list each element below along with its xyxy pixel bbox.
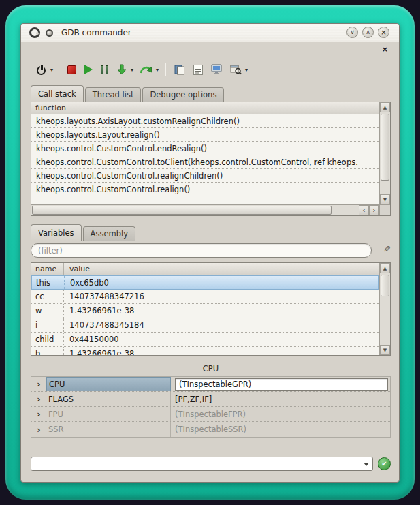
variable-row[interactable]: i 140737488345184 <box>31 318 379 333</box>
step-over-button[interactable] <box>138 61 155 78</box>
variable-value: 140737488345184 <box>64 320 144 330</box>
scroll-down-button[interactable]: ▼ <box>380 345 390 355</box>
filter-pen-icon[interactable]: ✎ <box>383 244 391 254</box>
run-button[interactable] <box>82 61 95 78</box>
window-buttons: ∨ ∧ × <box>346 27 389 38</box>
monitor-icon <box>211 64 222 75</box>
variable-name: child <box>31 333 64 346</box>
variable-row[interactable]: cc 140737488347216 <box>31 290 379 304</box>
inspect-icon <box>230 64 242 75</box>
cpu-value-field[interactable]: (TInspectableGPR) <box>175 378 388 391</box>
variables-column-header[interactable]: name value <box>31 263 379 275</box>
power-dropdown[interactable]: ▾ <box>50 67 53 73</box>
pause-icon <box>101 65 108 74</box>
cpu-inspector: › CPU (TInspectableGPR) › FLAGS [PF,ZF,I… <box>31 376 391 438</box>
expander-icon[interactable]: › <box>31 395 46 403</box>
callstack-row[interactable]: kheops.layouts.AxisLayout.customRealignC… <box>31 114 379 128</box>
cpu-row[interactable]: › CPU (TInspectableGPR) <box>31 377 390 392</box>
mid-tab-bar: Variables Assembly <box>31 225 137 241</box>
power-button[interactable] <box>35 61 49 78</box>
callstack-horizontal-scrollbar[interactable]: ‹ › <box>31 204 379 215</box>
scrollbar-thumb[interactable] <box>381 275 389 296</box>
tab-assembly[interactable]: Assembly <box>83 226 135 241</box>
pause-button[interactable] <box>99 61 110 78</box>
variable-row[interactable]: w 1.43266961e-38 <box>31 304 379 318</box>
variable-row[interactable]: child 0x44150000 <box>31 333 379 347</box>
tab-call-stack[interactable]: Call stack <box>31 85 84 102</box>
scrollbar-thumb[interactable] <box>32 206 332 215</box>
variable-name: b <box>31 347 64 355</box>
play-icon <box>84 65 93 74</box>
chevron-down-icon: ∨ <box>350 29 355 35</box>
monitor-button[interactable] <box>209 61 224 78</box>
screen: GDB commander ∨ ∧ × × ▾ ▾ <box>0 0 420 505</box>
cpu-row: › SSR (TInspectableSSR) <box>31 422 390 437</box>
close-icon: × <box>381 29 386 36</box>
expander-icon[interactable]: › <box>31 380 46 388</box>
panel-close-button[interactable]: × <box>382 45 388 54</box>
list-button[interactable] <box>191 61 205 78</box>
variables-vertical-scrollbar[interactable]: ▲ ▼ <box>379 263 390 355</box>
column-name[interactable]: name <box>31 263 64 275</box>
callstack-row[interactable]: kheops.layouts.Layout.realign() <box>31 128 379 142</box>
filter-input[interactable] <box>31 243 372 258</box>
scroll-down-icon: ▼ <box>383 197 387 202</box>
cpu-row-value: (TInspectableSSR) <box>171 422 390 437</box>
cpu-row[interactable]: › FLAGS [PF,ZF,IF] <box>31 392 390 407</box>
titlebar[interactable]: GDB commander ∨ ∧ × <box>21 24 399 42</box>
cpu-row-value: (TInspectableFPR) <box>171 407 390 421</box>
column-function[interactable]: function <box>31 104 66 112</box>
variables-panel: name value this 0xc65db0 cc 140737488347… <box>31 262 391 356</box>
step-into-dropdown[interactable]: ▾ <box>131 67 133 73</box>
step-over-dropdown[interactable]: ▾ <box>156 67 159 73</box>
scrollbar-thumb[interactable] <box>381 114 389 181</box>
maximize-button[interactable]: ∧ <box>362 27 374 38</box>
window-menu-icon[interactable] <box>46 29 53 37</box>
callstack-column-header[interactable]: function <box>31 102 379 114</box>
inspect-dropdown[interactable]: ▾ <box>245 67 248 73</box>
variable-value: 140737488347216 <box>64 292 144 301</box>
tab-variables[interactable]: Variables <box>31 224 82 241</box>
scroll-up-button[interactable]: ▲ <box>380 102 390 112</box>
callstack-row[interactable]: kheops.control.CustomControl.realign() <box>31 183 379 196</box>
callstack-vertical-scrollbar[interactable]: ▲ ▼ <box>379 102 390 204</box>
cpu-row-name[interactable]: FLAGS <box>46 392 171 406</box>
callstack-row[interactable]: kheops.control.CustomControl.toClient(kh… <box>31 155 379 169</box>
stop-button[interactable] <box>65 61 78 78</box>
power-icon <box>37 65 47 75</box>
scroll-left-button[interactable]: ‹ <box>359 205 369 215</box>
scroll-right-button[interactable]: › <box>369 205 379 215</box>
document-icon <box>174 65 185 75</box>
tab-debugee-options[interactable]: Debugee options <box>142 87 224 102</box>
cpu-section-title: CPU <box>31 364 391 373</box>
scroll-left-icon: ‹ <box>362 206 365 215</box>
combo-dropdown-icon[interactable] <box>364 463 369 466</box>
inspect-button[interactable] <box>228 61 244 78</box>
scroll-down-icon: ▼ <box>383 348 387 353</box>
step-into-button[interactable] <box>114 61 129 78</box>
scroll-down-button[interactable]: ▼ <box>380 194 390 204</box>
step-over-icon <box>140 64 152 75</box>
variable-value: 1.43266961e-38 <box>64 306 134 316</box>
variable-name: i <box>31 318 64 332</box>
variables-table: name value this 0xc65db0 cc 140737488347… <box>31 263 379 355</box>
variable-name: cc <box>31 290 64 303</box>
top-tab-bar: Call stack Thread list Debugee options <box>31 86 225 102</box>
shade-button[interactable]: ∨ <box>346 27 358 38</box>
variable-row[interactable]: this 0xc65db0 <box>31 275 379 290</box>
scroll-up-icon: ▲ <box>383 266 387 271</box>
callstack-row[interactable]: kheops.control.CustomControl.endRealign(… <box>31 142 379 155</box>
tab-thread-list[interactable]: Thread list <box>85 87 142 102</box>
variable-row[interactable]: b 1.43266961e-38 <box>31 347 379 355</box>
scroll-up-button[interactable]: ▲ <box>380 263 390 273</box>
column-value[interactable]: value <box>64 264 90 273</box>
command-combobox[interactable] <box>31 457 373 471</box>
callstack-row[interactable]: kheops.control.CustomControl.realignChil… <box>31 169 379 183</box>
confirm-button[interactable]: ✔ <box>378 457 391 470</box>
close-button[interactable]: × <box>378 27 389 38</box>
cpu-row-name[interactable]: CPU <box>46 377 171 391</box>
app-icon[interactable] <box>29 27 40 38</box>
filter-row: ✎ <box>31 243 391 258</box>
document-button[interactable] <box>172 61 187 78</box>
scrollbar-corner <box>379 204 390 215</box>
